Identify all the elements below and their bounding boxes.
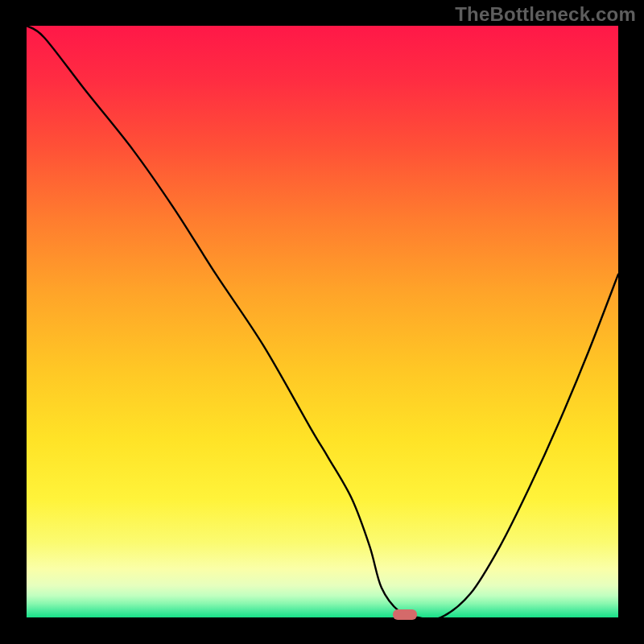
plot-area <box>27 26 618 617</box>
chart-frame: TheBottleneck.com <box>0 0 644 644</box>
watermark-text: TheBottleneck.com <box>455 3 636 26</box>
gradient-background <box>27 26 618 617</box>
optimal-marker <box>393 609 417 620</box>
